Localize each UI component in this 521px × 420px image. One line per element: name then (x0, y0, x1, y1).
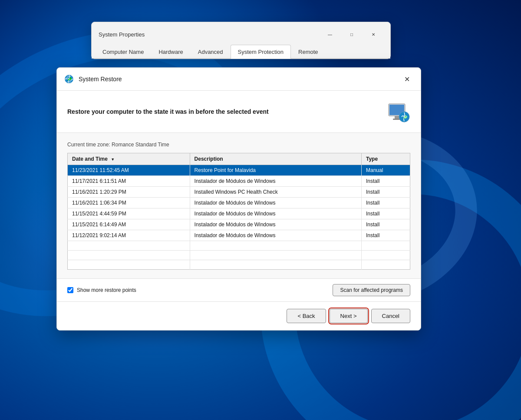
cell-date: 11/16/2021 1:20:29 PM (68, 187, 190, 198)
minimize-button[interactable]: — (320, 27, 340, 41)
tab-remote[interactable]: Remote (291, 45, 326, 59)
cell-description: Installed Windows PC Health Check (190, 187, 361, 198)
titlebar-controls: — □ ✕ (320, 27, 383, 41)
system-properties-tabs: Computer Name Hardware Advanced System P… (92, 45, 390, 59)
cell-date: 11/15/2021 4:44:59 PM (68, 208, 190, 219)
restore-header-icon (386, 99, 410, 124)
system-properties-window: System Properties — □ ✕ Computer Name Ha… (91, 22, 391, 59)
table-row[interactable]: 11/15/2021 4:44:59 PMInstalador de Módul… (68, 208, 410, 219)
restore-header: Restore your computer to the state it wa… (57, 91, 421, 133)
restore-content: Current time zone: Romance Standard Time… (57, 133, 421, 278)
tab-system-protection[interactable]: System Protection (231, 45, 291, 59)
cell-description: Instalador de Módulos de Windows (190, 208, 361, 219)
cell-date: 11/16/2021 1:06:34 PM (68, 198, 190, 208)
table-row[interactable]: 11/23/2021 11:52:45 AMRestore Point for … (68, 165, 410, 176)
restore-close-button[interactable]: ✕ (400, 72, 414, 86)
cell-type: Install (361, 176, 410, 187)
scan-affected-programs-button[interactable]: Scan for affected programs (333, 284, 410, 296)
sysprops-close-button[interactable]: ✕ (363, 27, 383, 41)
restore-title-left: System Restore (64, 74, 122, 84)
col-header-date: Date and Time ▼ (68, 153, 190, 165)
cell-type: Install (361, 230, 410, 241)
restore-bottom-bar: Show more restore points Scan for affect… (57, 278, 421, 301)
cell-description: Instalador de Módulos de Windows (190, 176, 361, 187)
table-header-row: Date and Time ▼ Description Type (68, 153, 410, 165)
table-row[interactable]: 11/12/2021 9:02:14 AMInstalador de Módul… (68, 230, 410, 241)
col-header-type: Type (361, 153, 410, 165)
cell-date: 11/15/2021 6:14:49 AM (68, 219, 190, 230)
tab-computer-name[interactable]: Computer Name (95, 45, 151, 59)
restore-footer: < Back Next > Cancel (57, 301, 421, 330)
system-restore-dialog: System Restore ✕ Restore your computer t… (56, 67, 421, 331)
timezone-text: Current time zone: Romance Standard Time (67, 142, 410, 148)
cell-type: Install (361, 187, 410, 198)
table-row[interactable]: 11/15/2021 6:14:49 AMInstalador de Módul… (68, 219, 410, 230)
cell-type: Install (361, 219, 410, 230)
next-button[interactable]: Next > (330, 309, 368, 323)
show-more-label[interactable]: Show more restore points (67, 287, 136, 293)
table-row[interactable]: 11/16/2021 1:20:29 PMInstalled Windows P… (68, 187, 410, 198)
tab-hardware[interactable]: Hardware (151, 45, 190, 59)
show-more-checkbox[interactable] (67, 287, 73, 293)
cell-description: Instalador de Módulos de Windows (190, 198, 361, 208)
restore-titlebar: System Restore ✕ (57, 68, 421, 91)
cell-type: Install (361, 198, 410, 208)
maximize-button[interactable]: □ (342, 27, 362, 41)
svg-rect-4 (395, 116, 399, 119)
cell-date: 11/17/2021 6:11:51 AM (68, 176, 190, 187)
show-more-text: Show more restore points (77, 287, 136, 293)
col-header-description: Description (190, 153, 361, 165)
cell-date: 11/12/2021 9:02:14 AM (68, 230, 190, 241)
cell-date: 11/23/2021 11:52:45 AM (68, 165, 190, 176)
cancel-button[interactable]: Cancel (371, 309, 410, 323)
back-button[interactable]: < Back (287, 309, 326, 323)
cell-type: Install (361, 208, 410, 219)
cell-description: Instalador de Módulos de Windows (190, 219, 361, 230)
table-row[interactable]: 11/17/2021 6:11:51 AMInstalador de Módul… (68, 176, 410, 187)
table-row-empty (68, 260, 410, 270)
restore-dialog-title: System Restore (79, 76, 122, 83)
restore-header-text: Restore your computer to the state it wa… (67, 108, 269, 115)
sort-arrow-icon: ▼ (111, 157, 115, 162)
table-row-empty (68, 241, 410, 251)
table-row-empty (68, 251, 410, 260)
system-properties-titlebar: System Properties — □ ✕ (92, 22, 390, 45)
cell-type: Manual (361, 165, 410, 176)
system-properties-title: System Properties (99, 31, 145, 38)
cell-description: Instalador de Módulos de Windows (190, 230, 361, 241)
cell-description: Restore Point for Malavida (190, 165, 361, 176)
restore-points-table: Date and Time ▼ Description Type 11/23/2… (67, 153, 410, 270)
tab-advanced[interactable]: Advanced (191, 45, 231, 59)
restore-dialog-icon (64, 74, 74, 84)
table-row[interactable]: 11/16/2021 1:06:34 PMInstalador de Módul… (68, 198, 410, 208)
